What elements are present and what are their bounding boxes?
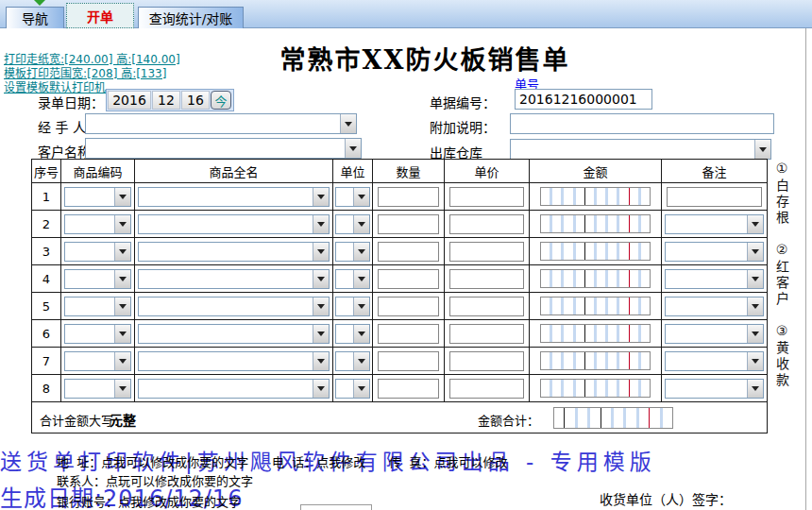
unit-price-input[interactable] bbox=[449, 297, 524, 316]
quantity-input[interactable] bbox=[378, 297, 439, 316]
quantity-input[interactable] bbox=[378, 379, 439, 399]
date-month-segment[interactable]: 12 bbox=[152, 91, 180, 110]
chevron-down-icon[interactable] bbox=[114, 298, 130, 315]
quantity-input[interactable] bbox=[378, 269, 439, 289]
chevron-down-icon[interactable] bbox=[114, 270, 130, 288]
product-name-select[interactable] bbox=[138, 324, 330, 344]
product-name-select[interactable] bbox=[138, 379, 330, 399]
chevron-down-icon[interactable] bbox=[340, 114, 356, 133]
entry-date-control[interactable]: 2016 12 16 今 bbox=[106, 89, 234, 111]
amount-grid[interactable] bbox=[540, 351, 651, 370]
chevron-down-icon[interactable] bbox=[353, 270, 369, 288]
date-day-segment[interactable]: 16 bbox=[181, 91, 210, 110]
customer-select[interactable] bbox=[85, 138, 362, 159]
address-line[interactable]: 地 址：点我可以修改成你要的文字 电 话：点我修改 传 真：点我可以修改 bbox=[57, 452, 507, 470]
tab-create-order[interactable]: 开单 bbox=[66, 3, 134, 28]
unit-select[interactable] bbox=[335, 297, 370, 316]
chevron-down-icon[interactable] bbox=[114, 380, 130, 398]
quantity-input[interactable] bbox=[378, 214, 439, 234]
bank-account-input[interactable] bbox=[300, 504, 372, 510]
unit-select[interactable] bbox=[335, 269, 370, 289]
product-code-select[interactable] bbox=[64, 324, 131, 344]
remark-select[interactable] bbox=[665, 297, 764, 316]
extra-note-input[interactable] bbox=[510, 113, 774, 134]
chevron-down-icon[interactable] bbox=[345, 139, 361, 158]
chevron-down-icon[interactable] bbox=[313, 188, 329, 206]
chevron-down-icon[interactable] bbox=[313, 325, 329, 343]
chevron-down-icon[interactable] bbox=[313, 352, 329, 370]
chevron-down-icon[interactable] bbox=[114, 243, 130, 261]
chevron-down-icon[interactable] bbox=[353, 380, 369, 398]
chevron-down-icon[interactable] bbox=[114, 325, 130, 343]
unit-price-input[interactable] bbox=[449, 242, 524, 262]
remark-select[interactable] bbox=[665, 351, 764, 371]
chevron-down-icon[interactable] bbox=[747, 298, 763, 315]
remark-select[interactable] bbox=[665, 214, 764, 234]
quantity-input[interactable] bbox=[378, 242, 439, 262]
amount-grid[interactable] bbox=[540, 324, 651, 343]
unit-price-input[interactable] bbox=[449, 351, 524, 371]
chevron-down-icon[interactable] bbox=[114, 352, 130, 370]
today-button[interactable]: 今 bbox=[211, 91, 231, 110]
product-code-select[interactable] bbox=[64, 269, 131, 289]
amount-grid[interactable] bbox=[540, 379, 651, 398]
product-code-select[interactable] bbox=[64, 379, 131, 399]
chevron-down-icon[interactable] bbox=[313, 215, 329, 233]
bank-account-line[interactable]: 银行账号：点我修改成你要的文字 bbox=[57, 492, 241, 510]
chevron-down-icon[interactable] bbox=[754, 140, 770, 159]
chevron-down-icon[interactable] bbox=[747, 215, 763, 233]
amount-grid[interactable] bbox=[540, 214, 651, 233]
chevron-down-icon[interactable] bbox=[747, 325, 763, 343]
chevron-down-icon[interactable] bbox=[353, 352, 369, 370]
unit-price-input[interactable] bbox=[449, 379, 524, 399]
product-name-select[interactable] bbox=[138, 187, 330, 207]
chevron-down-icon[interactable] bbox=[114, 215, 130, 233]
remark-select[interactable] bbox=[665, 269, 764, 289]
unit-select[interactable] bbox=[335, 324, 370, 344]
chevron-down-icon[interactable] bbox=[747, 270, 763, 288]
chevron-down-icon[interactable] bbox=[353, 298, 369, 315]
chevron-down-icon[interactable] bbox=[313, 298, 329, 315]
remark-select[interactable] bbox=[665, 242, 764, 262]
chevron-down-icon[interactable] bbox=[353, 325, 369, 343]
product-code-select[interactable] bbox=[64, 297, 131, 316]
amount-grid[interactable] bbox=[540, 269, 651, 288]
product-name-select[interactable] bbox=[138, 214, 330, 234]
chevron-down-icon[interactable] bbox=[353, 215, 369, 233]
quantity-input[interactable] bbox=[378, 324, 439, 344]
chevron-down-icon[interactable] bbox=[353, 243, 369, 261]
unit-select[interactable] bbox=[335, 187, 370, 207]
date-year-segment[interactable]: 2016 bbox=[108, 91, 151, 110]
unit-price-input[interactable] bbox=[449, 269, 524, 289]
tab-navigation[interactable]: 导航 bbox=[6, 7, 64, 28]
chevron-down-icon[interactable] bbox=[114, 188, 130, 206]
product-name-select[interactable] bbox=[138, 269, 330, 289]
amount-grid[interactable] bbox=[540, 187, 651, 206]
unit-price-input[interactable] bbox=[449, 324, 524, 344]
handler-select[interactable] bbox=[85, 113, 357, 134]
chevron-down-icon[interactable] bbox=[353, 188, 369, 206]
quantity-input[interactable] bbox=[378, 187, 439, 207]
tab-query-statistics[interactable]: 查询统计/对账 bbox=[138, 7, 244, 28]
product-code-select[interactable] bbox=[64, 242, 131, 262]
unit-price-input[interactable] bbox=[449, 214, 524, 234]
product-code-select[interactable] bbox=[64, 214, 131, 234]
chevron-down-icon[interactable] bbox=[313, 270, 329, 288]
amount-grid[interactable] bbox=[540, 297, 651, 315]
remark-input[interactable] bbox=[667, 187, 762, 207]
chevron-down-icon[interactable] bbox=[313, 380, 329, 398]
unit-select[interactable] bbox=[335, 214, 370, 234]
product-name-select[interactable] bbox=[138, 351, 330, 371]
unit-select[interactable] bbox=[335, 379, 370, 399]
contact-line[interactable]: 联系人：点玩可以修改成你要的文字 bbox=[57, 471, 253, 489]
product-name-select[interactable] bbox=[138, 297, 330, 316]
product-code-select[interactable] bbox=[64, 187, 131, 207]
chevron-down-icon[interactable] bbox=[747, 352, 763, 370]
doc-no-input[interactable] bbox=[515, 89, 652, 110]
product-name-select[interactable] bbox=[138, 242, 330, 262]
amount-total-grid[interactable] bbox=[553, 407, 673, 429]
unit-select[interactable] bbox=[335, 351, 370, 371]
quantity-input[interactable] bbox=[378, 351, 439, 371]
unit-price-input[interactable] bbox=[449, 187, 524, 207]
amount-grid[interactable] bbox=[540, 242, 651, 261]
